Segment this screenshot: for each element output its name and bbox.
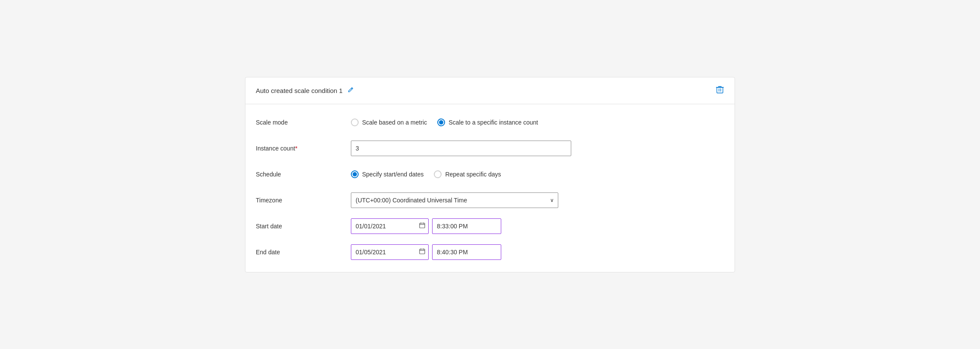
start-date-input[interactable] bbox=[351, 218, 429, 234]
end-time-input[interactable] bbox=[432, 244, 501, 260]
start-date-time-group bbox=[351, 218, 501, 234]
end-date-label: End date bbox=[256, 249, 351, 256]
schedule-days-radio[interactable] bbox=[434, 170, 442, 178]
card-title: Auto created scale condition 1 bbox=[256, 87, 343, 94]
start-date-row: Start date bbox=[256, 218, 724, 234]
timezone-row: Timezone (UTC+00:00) Coordinated Univers… bbox=[256, 192, 724, 208]
schedule-dates-radio-dot bbox=[353, 172, 357, 176]
scale-metric-radio[interactable] bbox=[351, 118, 359, 126]
scale-instance-label[interactable]: Scale to a specific instance count bbox=[449, 119, 538, 126]
scale-instance-radio-dot bbox=[439, 120, 443, 125]
instance-count-control bbox=[351, 141, 724, 156]
card-body: Scale mode Scale based on a metric Scale… bbox=[245, 104, 735, 272]
scale-mode-control: Scale based on a metric Scale to a speci… bbox=[351, 118, 724, 126]
timezone-select[interactable]: (UTC+00:00) Coordinated Universal Time (… bbox=[351, 192, 558, 208]
required-star: * bbox=[295, 145, 297, 152]
schedule-label: Schedule bbox=[256, 171, 351, 178]
schedule-days-option[interactable]: Repeat specific days bbox=[434, 170, 501, 178]
scale-instance-radio[interactable] bbox=[437, 118, 445, 126]
schedule-days-label[interactable]: Repeat specific days bbox=[445, 171, 501, 178]
header-left: Auto created scale condition 1 bbox=[256, 86, 354, 95]
scale-mode-label: Scale mode bbox=[256, 119, 351, 126]
end-date-control bbox=[351, 244, 724, 260]
timezone-select-wrapper: (UTC+00:00) Coordinated Universal Time (… bbox=[351, 192, 558, 208]
scale-metric-label[interactable]: Scale based on a metric bbox=[362, 119, 427, 126]
end-date-input-wrapper bbox=[351, 244, 429, 260]
schedule-dates-radio[interactable] bbox=[351, 170, 359, 178]
schedule-row: Schedule Specify start/end dates Repeat … bbox=[256, 166, 724, 182]
start-time-input[interactable] bbox=[432, 218, 501, 234]
edit-icon[interactable] bbox=[347, 86, 354, 95]
card-header: Auto created scale condition 1 bbox=[245, 77, 735, 104]
svg-rect-0 bbox=[717, 87, 723, 93]
timezone-label: Timezone bbox=[256, 197, 351, 204]
end-date-row: End date bbox=[256, 244, 724, 260]
instance-count-input[interactable] bbox=[351, 141, 571, 156]
schedule-dates-label[interactable]: Specify start/end dates bbox=[362, 171, 423, 178]
scale-metric-option[interactable]: Scale based on a metric bbox=[351, 118, 427, 126]
start-date-label: Start date bbox=[256, 223, 351, 230]
timezone-control: (UTC+00:00) Coordinated Universal Time (… bbox=[351, 192, 724, 208]
start-date-input-wrapper bbox=[351, 218, 429, 234]
start-date-control bbox=[351, 218, 724, 234]
scale-instance-option[interactable]: Scale to a specific instance count bbox=[437, 118, 538, 126]
delete-icon[interactable] bbox=[716, 85, 724, 96]
schedule-control: Specify start/end dates Repeat specific … bbox=[351, 170, 724, 178]
instance-count-label: Instance count* bbox=[256, 145, 351, 152]
end-date-time-group bbox=[351, 244, 501, 260]
end-date-input[interactable] bbox=[351, 244, 429, 260]
schedule-dates-option[interactable]: Specify start/end dates bbox=[351, 170, 423, 178]
instance-count-row: Instance count* bbox=[256, 141, 724, 156]
scale-condition-card: Auto created scale condition 1 Scale mod… bbox=[245, 77, 735, 272]
scale-mode-row: Scale mode Scale based on a metric Scale… bbox=[256, 115, 724, 130]
